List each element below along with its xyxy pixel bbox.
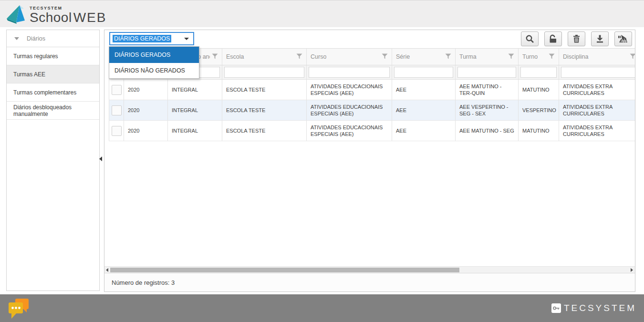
schoolweb-logo: TECSYSTEM SchoolWEB: [6, 4, 106, 24]
download-icon: [595, 34, 605, 44]
sidebar-collapse-arrow[interactable]: [99, 156, 102, 161]
sidebar-group-label: Diários: [27, 35, 45, 42]
filter-input-escola[interactable]: [224, 67, 304, 78]
top-bar: TECSYSTEM SchoolWEB: [0, 0, 644, 27]
diary-type-dropdown[interactable]: DIÁRIOS GERADOS: [109, 32, 194, 45]
column-header-escola[interactable]: Escola: [222, 49, 307, 65]
download-button[interactable]: [591, 31, 609, 46]
column-header-disciplina[interactable]: Disciplina: [559, 49, 635, 65]
dropdown-option-diarios-nao-gerados[interactable]: DIÁRIOS NÃO GERADOS: [109, 63, 199, 78]
generate-diary-button[interactable]: [614, 31, 632, 46]
filter-input-disciplina[interactable]: [561, 67, 635, 78]
scroll-left-arrow-icon[interactable]: [106, 268, 108, 272]
filter-input-serie[interactable]: [394, 67, 453, 78]
brand-school-text: School: [30, 10, 72, 25]
generate-diary-icon: [618, 34, 629, 44]
filter-input-turma[interactable]: [457, 67, 516, 78]
filter-funnel-icon[interactable]: [508, 52, 514, 61]
column-header-turno[interactable]: Turno: [519, 49, 559, 65]
chat-bubbles-icon: [8, 313, 31, 321]
sidebar-item-turmas-aee[interactable]: Turmas AEE: [7, 65, 99, 83]
row-checkbox[interactable]: [112, 85, 122, 95]
footer-bar: TECSYSTEM: [0, 294, 644, 322]
collapse-caret-icon: [14, 37, 19, 40]
filter-funnel-icon[interactable]: [296, 52, 302, 61]
scrollbar-thumb[interactable]: [110, 268, 459, 272]
diary-type-dropdown-value: DIÁRIOS GERADOS: [113, 35, 171, 42]
sidebar-item-diarios-desbloqueados[interactable]: Diários desbloqueados manualmente: [7, 102, 99, 120]
sidebar-item-turmas-complementares[interactable]: Turmas complementares: [7, 83, 99, 102]
footer-brand-text: TECSYSTEM: [564, 303, 636, 313]
filter-funnel-icon[interactable]: [382, 52, 388, 61]
search-icon: [525, 34, 535, 44]
search-button[interactable]: [521, 31, 539, 46]
horizontal-scrollbar[interactable]: [104, 266, 635, 273]
sidebar-group-diarios[interactable]: Diários: [7, 30, 99, 47]
filter-input-turno[interactable]: [520, 67, 557, 78]
sidebar: Diários Turmas regulares Turmas AEE Turm…: [6, 30, 100, 291]
chat-support-button[interactable]: [8, 298, 31, 322]
key-icon: [551, 303, 561, 313]
filter-funnel-icon[interactable]: [445, 52, 451, 61]
filter-input-curso[interactable]: [309, 67, 390, 78]
diary-type-dropdown-list: DIÁRIOS GERADOS DIÁRIOS NÃO GERADOS: [109, 46, 199, 79]
row-checkbox[interactable]: [112, 105, 122, 115]
sidebar-item-turmas-regulares[interactable]: Turmas regulares: [7, 47, 99, 65]
chevron-down-icon: [184, 38, 189, 40]
toolbar-buttons: [521, 31, 632, 46]
scroll-right-arrow-icon[interactable]: [631, 268, 633, 272]
schoolweb-logo-icon: [6, 4, 28, 24]
table-row[interactable]: 2020 INTEGRAL ESCOLA TESTE ATIVIDADES ED…: [109, 80, 635, 100]
dropdown-option-diarios-gerados[interactable]: DIÁRIOS GERADOS: [109, 47, 199, 63]
status-bar: Número de registros: 3: [104, 273, 635, 292]
delete-button[interactable]: [568, 31, 585, 46]
trash-icon: [571, 34, 582, 44]
row-checkbox[interactable]: [112, 126, 122, 136]
column-header-serie[interactable]: Série: [392, 49, 456, 65]
table-row[interactable]: 2020 INTEGRAL ESCOLA TESTE ATIVIDADES ED…: [109, 121, 635, 141]
filter-funnel-icon[interactable]: [549, 52, 555, 61]
column-header-turma[interactable]: Turma: [456, 49, 519, 65]
table-row[interactable]: 2020 INTEGRAL ESCOLA TESTE ATIVIDADES ED…: [109, 100, 635, 121]
filter-funnel-icon[interactable]: [630, 52, 635, 61]
tecsystem-footer-logo: TECSYSTEM: [551, 294, 636, 322]
unlock-button[interactable]: [544, 31, 562, 46]
unlock-icon: [548, 34, 558, 44]
record-count-label: Número de registros: 3: [112, 279, 175, 286]
schoolweb-app: TECSYSTEM SchoolWEB Diários Turmas regul…: [0, 0, 644, 322]
brand-web-text: WEB: [73, 10, 107, 25]
column-header-curso[interactable]: Curso: [307, 49, 392, 65]
filter-funnel-icon[interactable]: [212, 52, 218, 61]
